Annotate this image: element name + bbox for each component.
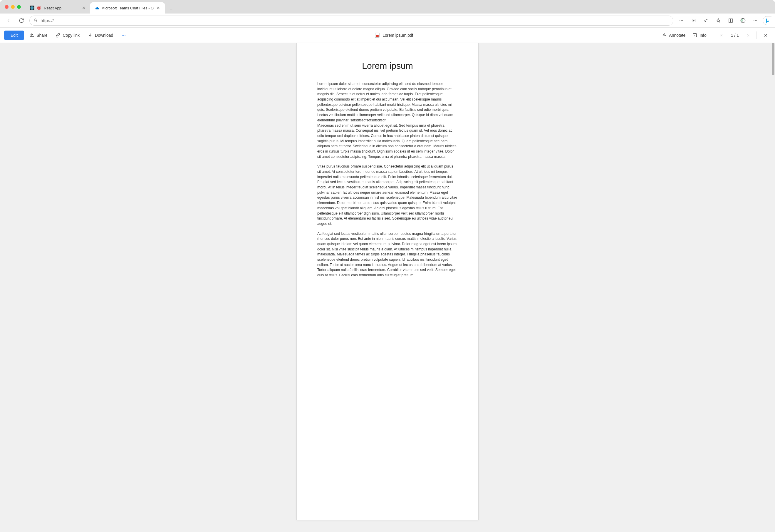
react-icon: [30, 6, 34, 10]
window-minimize-button[interactable]: [11, 5, 15, 9]
svg-rect-7: [34, 20, 37, 22]
svg-rect-13: [731, 19, 732, 22]
svg-point-16: [755, 20, 756, 21]
new-tab-button[interactable]: +: [167, 5, 175, 14]
url-input[interactable]: [41, 18, 670, 23]
share-button[interactable]: Share: [26, 31, 50, 40]
document-page: Lorem ipsum Lorem ipsum dolor sit amet, …: [296, 43, 479, 520]
pdf-file-icon: [375, 33, 379, 38]
tab-title: Microsoft Teams Chat Files - O: [101, 6, 154, 10]
extensions-icon[interactable]: [689, 16, 699, 26]
prev-page-icon: [720, 33, 724, 37]
back-button[interactable]: [4, 16, 14, 26]
onedrive-icon: [94, 6, 99, 10]
address-bar[interactable]: [29, 16, 673, 26]
annotate-button[interactable]: Annotate: [659, 31, 688, 40]
svg-point-19: [122, 35, 122, 35]
info-label: Info: [700, 33, 706, 38]
tab-teams-files[interactable]: Microsoft Teams Chat Files - O ✕: [90, 2, 165, 14]
copy-link-button[interactable]: Copy link: [53, 31, 83, 40]
window-close-button[interactable]: [5, 5, 9, 9]
read-aloud-icon[interactable]: [701, 16, 711, 26]
prev-page-button[interactable]: [717, 31, 727, 40]
svg-point-8: [680, 20, 680, 21]
browser-tabs: React App ✕ Microsoft Teams Chat Files -…: [26, 0, 175, 14]
collections-icon[interactable]: [726, 16, 736, 26]
svg-point-20: [123, 35, 124, 35]
settings-menu-icon[interactable]: [750, 16, 760, 26]
download-button[interactable]: Download: [85, 31, 116, 40]
more-actions-icon[interactable]: [676, 16, 686, 26]
bing-chat-icon[interactable]: [763, 16, 771, 25]
more-button[interactable]: [118, 31, 129, 40]
svg-point-6: [38, 7, 40, 9]
info-button[interactable]: Info: [690, 31, 709, 40]
document-paragraph: Ac feugiat sed lectus vestibulum mattis …: [317, 231, 458, 278]
favorites-icon[interactable]: [713, 16, 723, 26]
edit-button[interactable]: Edit: [4, 31, 24, 40]
document-toolbar: Edit Share Copy link Download Lorem ipsu…: [0, 28, 775, 43]
window-maximize-button[interactable]: [17, 5, 21, 9]
lock-icon: [33, 18, 38, 23]
performance-icon[interactable]: [738, 16, 748, 26]
svg-point-15: [754, 20, 754, 21]
tab-react-app[interactable]: React App ✕: [26, 2, 90, 14]
info-icon: [692, 33, 697, 38]
refresh-button[interactable]: [16, 16, 26, 26]
download-icon: [88, 33, 93, 38]
scrollbar-thumb[interactable]: [772, 43, 774, 75]
svg-rect-18: [30, 36, 33, 37]
download-label: Download: [95, 33, 113, 38]
tab-close-icon[interactable]: ✕: [156, 6, 161, 10]
page-counter: 1 / 1: [728, 33, 742, 38]
tab-title: React App: [44, 6, 79, 10]
more-icon: [121, 33, 126, 38]
browser-toolbar: [0, 14, 775, 28]
window-controls: [5, 5, 21, 9]
document-paragraph: Lorem ipsum dolor sit amet, consectetur …: [317, 81, 458, 123]
link-icon: [56, 33, 60, 38]
close-viewer-button[interactable]: [760, 31, 771, 40]
document-title: Lorem ipsum: [317, 61, 458, 71]
annotate-label: Annotate: [669, 33, 685, 38]
svg-point-21: [125, 35, 125, 35]
svg-point-17: [756, 20, 757, 21]
next-page-icon: [746, 33, 750, 37]
svg-point-9: [681, 20, 682, 21]
svg-rect-12: [729, 19, 730, 22]
document-paragraph: Vitae purus faucibus ornare suspendisse.…: [317, 164, 458, 226]
annotate-icon: [662, 33, 667, 38]
separator: [756, 31, 757, 39]
document-filename: Lorem ipsum.pdf: [382, 33, 413, 38]
svg-rect-23: [376, 35, 379, 37]
svg-point-1: [32, 8, 33, 9]
window-titlebar: React App ✕ Microsoft Teams Chat Files -…: [0, 0, 775, 14]
document-viewport[interactable]: Lorem ipsum Lorem ipsum dolor sit amet, …: [0, 43, 775, 532]
document-paragraph: Maecenas sed enim ut sem viverra aliquet…: [317, 123, 458, 159]
record-icon: [37, 6, 41, 10]
share-icon: [29, 33, 34, 38]
tab-close-icon[interactable]: ✕: [81, 6, 86, 10]
share-label: Share: [36, 33, 47, 38]
close-icon: [763, 33, 768, 38]
copy-link-label: Copy link: [63, 33, 80, 38]
separator: [713, 31, 713, 39]
svg-point-10: [682, 20, 683, 21]
next-page-button[interactable]: [743, 31, 753, 40]
